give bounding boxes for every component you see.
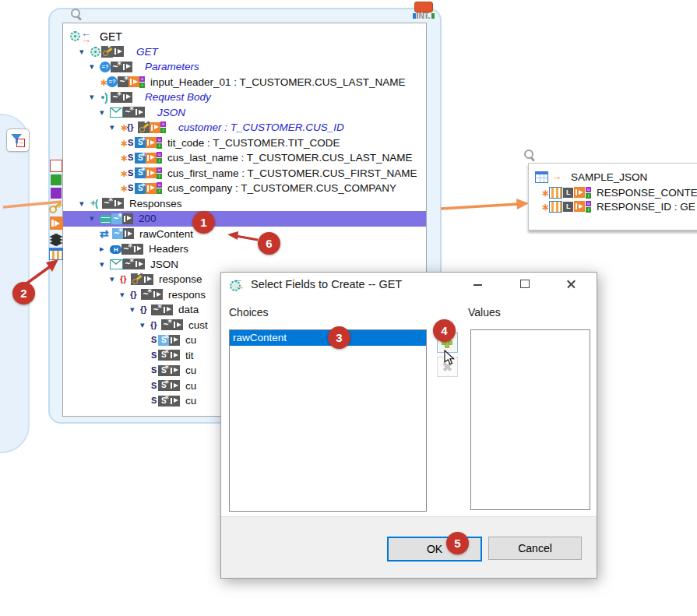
select-fields-dialog: ←→ Select Fields to Create -- GET Choice… [220, 272, 597, 579]
sample-json-header-row[interactable]: SAMPLE_JSON [529, 168, 697, 185]
arrow-right-icon [551, 171, 563, 182]
expand-toggle-icon[interactable] [79, 44, 90, 59]
tree-node-label: cus_company : T_CUSTOMER.CUS_COMPANY [167, 182, 396, 194]
left-icon-toolbar [48, 160, 64, 260]
key-icon [138, 121, 150, 133]
tree-row[interactable]: tit_code : T_CUSTOMER.TIT_CODE [63, 136, 426, 151]
sbd-icon [158, 350, 169, 361]
table-row[interactable]: RESPONSE_CONTE [529, 185, 697, 199]
tree-row[interactable]: JSON [63, 105, 426, 121]
cancel-button[interactable]: Cancel [488, 537, 582, 560]
tree-row[interactable]: GET [63, 29, 426, 44]
tree-row[interactable]: Responses [63, 196, 426, 212]
expd-icon [172, 319, 183, 330]
brn-icon [140, 304, 151, 315]
tree-node-label: GET [100, 30, 122, 43]
sl-icon [150, 395, 158, 407]
gear-icon [69, 30, 81, 42]
sbd-icon [158, 396, 169, 407]
expand-toggle-icon[interactable] [100, 105, 110, 120]
table-icon[interactable] [49, 248, 63, 260]
tree-row[interactable]: customer : T_CUSTOMER.CUS_ID [63, 120, 426, 136]
resp-icon [90, 198, 102, 209]
attribute-i-icon[interactable] [51, 174, 62, 185]
dialog-titlebar[interactable]: ←→ Select Fields to Create -- GET [221, 273, 597, 296]
values-listbox[interactable] [470, 329, 590, 510]
expand-toggle-icon[interactable] [120, 287, 130, 302]
tilde-icon [123, 107, 134, 118]
export-icon [574, 201, 585, 212]
attribute-a-icon[interactable] [50, 160, 62, 172]
tree-row[interactable]: cus_first_name : T_CUSTOMER.CUS_FIRST_NA… [63, 166, 426, 181]
tree-row[interactable]: cus_company : T_CUSTOMER.CUS_COMPANY [63, 181, 426, 196]
type-badges-icon [586, 201, 591, 213]
required-asterisk-icon [120, 167, 127, 179]
tree-row[interactable]: JSON [63, 257, 426, 273]
int-label: INT. [417, 12, 431, 20]
minimize-button[interactable] [472, 278, 484, 290]
expo-icon [146, 183, 157, 194]
tree-node-label: customer : T_CUSTOMER.CUS_ID [178, 121, 344, 133]
tree-row[interactable]: Headers [63, 241, 426, 257]
tilde-icon [111, 92, 121, 103]
required-asterisk-icon [541, 187, 548, 199]
tree-row[interactable]: 200 [63, 211, 426, 227]
swaproot-icon [81, 30, 95, 43]
sbd-icon [158, 365, 169, 376]
long-type-icon [563, 202, 573, 212]
expand-toggle-icon[interactable] [90, 59, 100, 74]
int-node-icon[interactable]: INT. [408, 2, 439, 20]
tree-row[interactable]: GET [63, 44, 426, 60]
expand-toggle-icon[interactable] [130, 302, 140, 317]
tree-row[interactable]: rawContent [63, 227, 426, 242]
expo-icon [146, 137, 157, 148]
magnifier-icon[interactable] [523, 149, 535, 160]
tree-row[interactable]: input_Header_01 : T_CUSTOMER.CUS_LAST_NA… [63, 75, 426, 90]
tilde-icon [161, 319, 172, 330]
remove-button[interactable] [437, 357, 458, 377]
expand-toggle-icon[interactable] [140, 318, 150, 333]
tree-node-label: tit [185, 350, 194, 361]
tree-row[interactable]: Parameters [63, 59, 426, 75]
tree-node-label: Parameters [145, 61, 199, 72]
type-badges-icon [586, 187, 591, 199]
expd-icon [169, 350, 180, 361]
tree-node-label: data [178, 304, 199, 315]
tilde-icon [123, 259, 134, 269]
close-button[interactable] [565, 278, 578, 290]
bdg-icon [157, 152, 162, 164]
expd-icon [169, 380, 180, 391]
tree-node-label: Request Body [145, 91, 211, 103]
tree-node-label: cu [185, 334, 196, 346]
expo-icon [150, 122, 160, 133]
sample-field-label: RESPONSE_CONTE [597, 187, 697, 199]
sb-icon [135, 153, 146, 164]
expand-toggle-icon[interactable] [100, 241, 110, 256]
key-icon[interactable] [49, 201, 63, 214]
tilde-icon [151, 304, 162, 315]
bdg-icon [160, 121, 166, 133]
expand-toggle-icon[interactable] [110, 120, 120, 135]
expand-toggle-icon[interactable] [90, 211, 100, 226]
tree-row[interactable]: Request Body [63, 90, 426, 105]
layers-icon[interactable] [49, 232, 63, 245]
expand-toggle-icon[interactable] [110, 272, 120, 287]
attribute-u-icon[interactable] [51, 188, 62, 199]
sl-icon [127, 152, 135, 164]
expand-toggle-icon[interactable] [100, 257, 110, 272]
step-badge-1: 1 [192, 211, 215, 234]
filter-floating-button[interactable] [6, 128, 30, 152]
key-icon [131, 273, 143, 285]
expd-icon [113, 46, 124, 57]
expand-toggle-icon[interactable] [90, 90, 100, 104]
magnifier-icon[interactable] [70, 8, 82, 19]
maximize-button[interactable] [519, 278, 531, 290]
tree-row[interactable]: cus_last_name : T_CUSTOMER.CUS_LAST_NAME [63, 150, 426, 166]
choices-listbox[interactable]: rawContent [229, 329, 427, 512]
export-icon[interactable] [50, 216, 63, 230]
table-row[interactable]: RESPONSE_ID : GE [529, 199, 697, 213]
table-column-icon [549, 201, 562, 213]
dialog-footer: OK Cancel [221, 516, 597, 578]
expand-toggle-icon[interactable] [79, 196, 90, 211]
tree-node-label: JSON [150, 259, 178, 270]
